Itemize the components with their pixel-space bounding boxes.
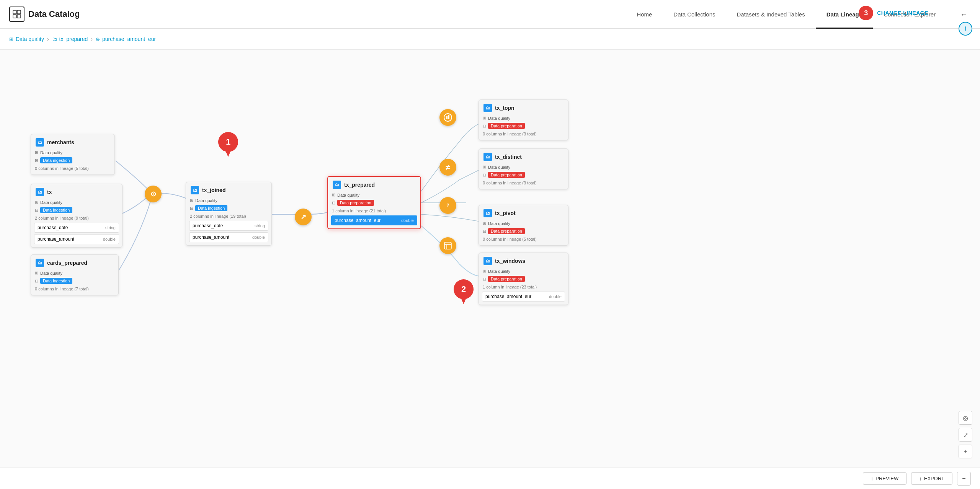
tag-label: Data quality	[488, 221, 510, 226]
breadcrumb-purchase-amount[interactable]: ⊕ purchase_amount_eur	[96, 36, 156, 42]
node-txwindows-tag1: ⊞ Data quality	[479, 267, 568, 275]
node-txprepared-title: tx_prepared	[344, 182, 375, 188]
nav-data-collections[interactable]: Data Collections	[663, 0, 726, 29]
node-txdistinct-tag1: ⊞ Data quality	[479, 163, 568, 171]
node-cards-lineage: 0 columns in lineage (7 total)	[31, 285, 118, 292]
node-merchants-tag1: ⊞ Data quality	[31, 149, 114, 156]
header: Data Catalog Home Data Collections Datas…	[0, 0, 980, 29]
node-tx-tag2: ⊟ Data ingestion	[31, 206, 122, 214]
node-merchants[interactable]: 🗂 merchants ⊞ Data quality ⊟ Data ingest…	[31, 134, 115, 175]
node-tx-lineage: 2 columns in lineage (9 total)	[31, 214, 122, 221]
op-arrow[interactable]: ↗	[295, 209, 312, 225]
op-topn[interactable]	[439, 109, 456, 126]
node-cards-prepared[interactable]: 🗂 cards_prepared ⊞ Data quality ⊟ Data i…	[31, 254, 119, 295]
back-button[interactable]: ←	[957, 7, 971, 21]
op-arrow-icon: ↗	[301, 213, 306, 221]
node-txjoined-header: 🗂 tx_joined	[186, 182, 271, 197]
node-tx-tag1: ⊞ Data quality	[31, 199, 122, 206]
node-txjoined-tag1: ⊞ Data quality	[186, 197, 271, 204]
preview-label: PREVIEW	[875, 476, 898, 481]
node-txprepared-lineage: 1 column in lineage (21 total)	[328, 207, 420, 214]
tag-prep-label: Data preparation	[488, 228, 525, 234]
node-txpivot-header: 🗂 tx_pivot	[479, 205, 568, 220]
node-txwindows-title: tx_windows	[495, 258, 525, 264]
op-windows[interactable]	[439, 237, 456, 254]
node-tx-icon: 🗂	[36, 188, 44, 196]
node-txprepared-tag1: ⊞ Data quality	[328, 191, 420, 199]
node-txjoined-title: tx_joined	[202, 187, 225, 193]
node-txpivot-lineage: 0 columns in lineage (5 total)	[479, 235, 568, 242]
breadcrumb-label-3: purchase_amount_eur	[102, 36, 156, 42]
tag-prep-label: Data preparation	[488, 123, 525, 129]
svg-marker-5	[224, 148, 232, 157]
node-cards-icon: 🗂	[36, 259, 44, 267]
node-tx-field-1: purchase_amount double	[34, 234, 119, 244]
node-txwindows-icon: 🗂	[483, 257, 492, 265]
breadcrumb-sep-1: ›	[47, 36, 49, 42]
marker-pin-2: 2	[454, 279, 474, 306]
info-button[interactable]: i	[959, 22, 972, 36]
svg-text:2: 2	[461, 284, 466, 294]
node-txpivot-title: tx_pivot	[495, 210, 516, 216]
node-merchants-tag2: ⊟ Data ingestion	[31, 156, 114, 165]
breadcrumb-data-quality[interactable]: ⊞ Data quality	[9, 36, 44, 42]
tag-ingestion-label: Data ingestion	[195, 205, 227, 211]
op-pivot-icon: ?	[446, 203, 449, 208]
breadcrumb-label-2: tx_prepared	[59, 36, 88, 42]
node-tx-header: 🗂 tx	[31, 184, 122, 199]
node-txtopn-tag2: ⊟ Data preparation	[479, 122, 568, 130]
node-txwindows-tag2: ⊟ Data preparation	[479, 275, 568, 283]
node-txwindows-header: 🗂 tx_windows	[479, 253, 568, 267]
change-lineage-button[interactable]: CHANGE LINEAGE	[877, 10, 928, 16]
node-txdistinct-header: 🗂 tx_distinct	[479, 149, 568, 163]
node-txprepared-icon: 🗂	[333, 181, 341, 189]
node-tx-pivot[interactable]: 🗂 tx_pivot ⊞ Data quality ⊟ Data prepara…	[479, 205, 568, 246]
node-txprepared-field-0[interactable]: purchase_amount_eur double	[331, 215, 417, 225]
svg-rect-0	[13, 10, 16, 14]
op-join[interactable]: ⊙	[145, 186, 162, 202]
zoom-in-button[interactable]: +	[959, 445, 972, 458]
bottom-toolbar: ↑ PREVIEW ↓ EXPORT −	[0, 468, 980, 489]
tag-ingestion-label: Data ingestion	[40, 207, 72, 213]
op-join-icon: ⊙	[150, 190, 156, 198]
nav-home[interactable]: Home	[626, 0, 663, 29]
node-txdistinct-tag2: ⊟ Data preparation	[479, 171, 568, 179]
marker-pin-1: 1	[218, 132, 238, 158]
op-distinct[interactable]: ≠	[439, 159, 456, 176]
preview-button[interactable]: ↑ PREVIEW	[863, 472, 906, 485]
field-icon: ⊕	[96, 36, 100, 42]
tag-label: Data quality	[40, 150, 62, 155]
export-button[interactable]: ↓ EXPORT	[911, 472, 952, 485]
node-tx-windows[interactable]: 🗂 tx_windows ⊞ Data quality ⊟ Data prepa…	[479, 253, 568, 305]
node-merchants-header: 🗂 merchants	[31, 134, 114, 149]
target-button[interactable]: ◎	[959, 411, 972, 425]
node-tx-distinct[interactable]: 🗂 tx_distinct ⊞ Data quality ⊟ Data prep…	[479, 148, 568, 189]
badge-3: 3	[859, 6, 873, 20]
node-cards-tag1: ⊞ Data quality	[31, 269, 118, 277]
canvas: 1 2 🗂 merchants ⊞ Data quality ⊟ Data in…	[0, 50, 980, 489]
svg-text:1: 1	[226, 137, 230, 147]
export-label: EXPORT	[924, 476, 944, 481]
node-tx-field-0: purchase_date string	[34, 223, 119, 233]
node-tx-prepared[interactable]: 🗂 tx_prepared ⊞ Data quality ⊟ Data prep…	[327, 176, 421, 229]
change-lineage-area: 3 CHANGE LINEAGE	[859, 6, 928, 20]
node-merchants-title: merchants	[47, 139, 74, 145]
svg-rect-1	[17, 10, 21, 14]
node-txjoined-icon: 🗂	[191, 186, 199, 194]
node-txjoined-field-0: purchase_date string	[189, 221, 268, 231]
tag-label: Data quality	[195, 198, 217, 203]
node-tx[interactable]: 🗂 tx ⊞ Data quality ⊟ Data ingestion 2 c…	[31, 184, 122, 248]
node-txprepared-tag2: ⊟ Data preparation	[328, 199, 420, 207]
breadcrumb-tx-prepared[interactable]: 🗂 tx_prepared	[52, 36, 88, 42]
fullscreen-button[interactable]: ⤢	[959, 428, 972, 442]
node-tx-topn[interactable]: 🗂 tx_topn ⊞ Data quality ⊟ Data preparat…	[479, 99, 568, 140]
node-tx-joined[interactable]: 🗂 tx_joined ⊞ Data quality ⊟ Data ingest…	[186, 182, 272, 246]
node-txwindows-lineage: 1 column in lineage (23 total)	[479, 283, 568, 290]
tag-label: Data quality	[337, 193, 359, 197]
tag-ingestion-label: Data ingestion	[40, 278, 72, 284]
op-pivot[interactable]: ?	[439, 197, 456, 214]
nav-datasets[interactable]: Datasets & Indexed Tables	[726, 0, 816, 29]
op-distinct-icon: ≠	[446, 163, 450, 172]
node-txtopn-lineage: 0 columns in lineage (3 total)	[479, 130, 568, 137]
zoom-out-button[interactable]: −	[957, 472, 971, 486]
